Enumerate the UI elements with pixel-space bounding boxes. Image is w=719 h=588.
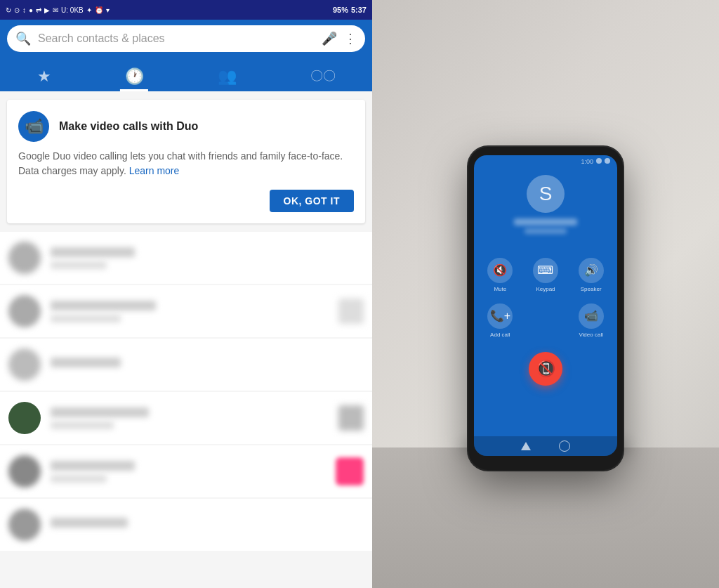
contact-info [51, 461, 326, 483]
tab-voicemail[interactable]: 〇〇 [296, 63, 350, 91]
avatar [8, 455, 41, 488]
status-icon-bluetooth: ✦ [86, 6, 92, 14]
more-options-icon[interactable]: ⋮ [344, 31, 357, 46]
back-nav-button[interactable] [521, 442, 531, 450]
screen-signal-dot [596, 158, 602, 164]
contact-info [51, 247, 364, 269]
caller-section: S [514, 168, 577, 245]
list-item[interactable] [0, 232, 372, 284]
ok-got-it-button[interactable]: OK, GOT IT [270, 190, 354, 212]
search-bar-container: 🔍 Search contacts & places 🎤 ⋮ [0, 20, 372, 58]
status-icon-2: ⊙ [14, 6, 20, 14]
speaker-button[interactable]: 🔊 Speaker [573, 258, 609, 292]
search-icon: 🔍 [15, 31, 31, 46]
call-controls-row1: 🔇 Mute ⌨ Keypad 🔊 Speaker [474, 252, 617, 298]
status-bar-left: ↻ ⊙ ↕ ● ⇄ ▶ ✉ U: 0KB ✦ ⏰ ▾ [6, 6, 110, 14]
mute-label: Mute [494, 286, 506, 292]
list-item[interactable] [0, 339, 372, 391]
status-icon-3: ↕ [22, 6, 26, 14]
end-call-section: 📵 [529, 352, 562, 386]
time-display: 5:37 [351, 6, 367, 14]
caller-avatar: S [527, 175, 565, 213]
keypad-label: Keypad [536, 286, 555, 292]
list-item[interactable] [0, 392, 372, 444]
keypad-button[interactable]: ⌨ Keypad [528, 258, 564, 292]
contact-list [0, 232, 372, 551]
phone-nav-bar [474, 436, 617, 456]
contact-info [51, 407, 329, 429]
microphone-icon[interactable]: 🎤 [322, 31, 337, 46]
main-content: 📹 Make video calls with Duo Google Duo v… [0, 91, 372, 588]
clock-icon: 🕐 [125, 67, 144, 86]
voicemail-icon: 〇〇 [310, 67, 336, 84]
end-call-button[interactable]: 📵 [529, 352, 562, 386]
duo-logo: 📹 [18, 111, 49, 142]
add-call-icon: 📞+ [487, 303, 513, 329]
contact-info [51, 358, 364, 372]
list-item[interactable] [0, 285, 372, 337]
status-icon-wifi: ▾ [106, 6, 110, 14]
video-call-button[interactable]: 📹 Video call [573, 303, 609, 338]
status-icon-4: ⇄ [36, 6, 41, 14]
duo-video-icon: 📹 [25, 117, 44, 136]
screen-time: 1:00 [581, 158, 593, 165]
learn-more-link[interactable]: Learn more [129, 165, 180, 176]
contact-name [51, 518, 128, 528]
speaker-icon-circle: 🔊 [579, 258, 604, 283]
duo-card-title: Make video calls with Duo [59, 120, 198, 133]
status-icon-5: ▶ [44, 6, 50, 14]
contact-side-action [336, 457, 364, 485]
add-call-label: Add call [490, 332, 510, 338]
contact-name [51, 301, 156, 311]
avatar [8, 402, 41, 434]
video-call-icon: 📹 [579, 303, 604, 329]
contact-detail [51, 315, 121, 322]
list-item[interactable] [0, 445, 372, 497]
status-icon-gmail: ✉ [53, 6, 58, 14]
star-icon: ★ [37, 67, 51, 86]
phone-app-panel: ↻ ⊙ ↕ ● ⇄ ▶ ✉ U: 0KB ✦ ⏰ ▾ 95% 5:37 🔍 Se… [0, 0, 372, 588]
duo-promo-card: 📹 Make video calls with Duo Google Duo v… [7, 100, 365, 223]
keypad-icon-circle: ⌨ [533, 258, 558, 283]
duo-card-header: 📹 Make video calls with Duo [18, 111, 354, 142]
duo-card-body: Google Duo video calling lets you chat w… [18, 149, 354, 178]
video-call-label: Video call [579, 332, 603, 338]
contact-info [51, 518, 364, 532]
add-call-button[interactable]: 📞+ Add call [482, 303, 518, 338]
phone-screen: 1:00 S 🔇 Mute [474, 155, 617, 456]
status-icon-whatsapp: ● [29, 6, 33, 14]
caller-initial: S [539, 183, 553, 205]
contact-name [51, 461, 135, 471]
contact-side-action [338, 299, 364, 324]
contact-name [51, 407, 149, 417]
avatar [8, 348, 41, 381]
contact-detail [51, 261, 107, 269]
avatar [8, 242, 41, 274]
contact-name [51, 247, 135, 257]
mute-button[interactable]: 🔇 Mute [482, 258, 518, 292]
status-bar-right: 95% 5:37 [333, 6, 367, 14]
screen-wifi-dot [605, 158, 610, 164]
tab-contacts[interactable]: 👥 [204, 63, 251, 91]
speaker-label: Speaker [581, 286, 602, 292]
phone-screen-status: 1:00 [474, 155, 617, 168]
tab-favorites[interactable]: ★ [23, 63, 65, 91]
tab-bar: ★ 🕐 👥 〇〇 [0, 58, 372, 91]
photo-background: 1:00 S 🔇 Mute [372, 0, 719, 588]
status-icon-alarm: ⏰ [95, 6, 103, 14]
caller-name [514, 218, 577, 226]
search-input[interactable]: Search contacts & places [38, 32, 315, 45]
phone-device: 1:00 S 🔇 Mute [468, 147, 623, 470]
caller-status [525, 228, 567, 234]
contact-detail [51, 422, 114, 429]
list-item[interactable] [0, 499, 372, 551]
avatar [8, 509, 41, 541]
search-bar[interactable]: 🔍 Search contacts & places 🎤 ⋮ [7, 25, 365, 52]
contact-side-action [338, 405, 364, 431]
home-nav-button[interactable] [559, 440, 570, 452]
battery-percent: 95% [333, 6, 348, 14]
contact-detail [51, 475, 107, 483]
status-bar-network: U: 0KB [61, 6, 84, 14]
tab-recents[interactable]: 🕐 [111, 63, 158, 91]
photo-panel: 1:00 S 🔇 Mute [372, 0, 719, 588]
